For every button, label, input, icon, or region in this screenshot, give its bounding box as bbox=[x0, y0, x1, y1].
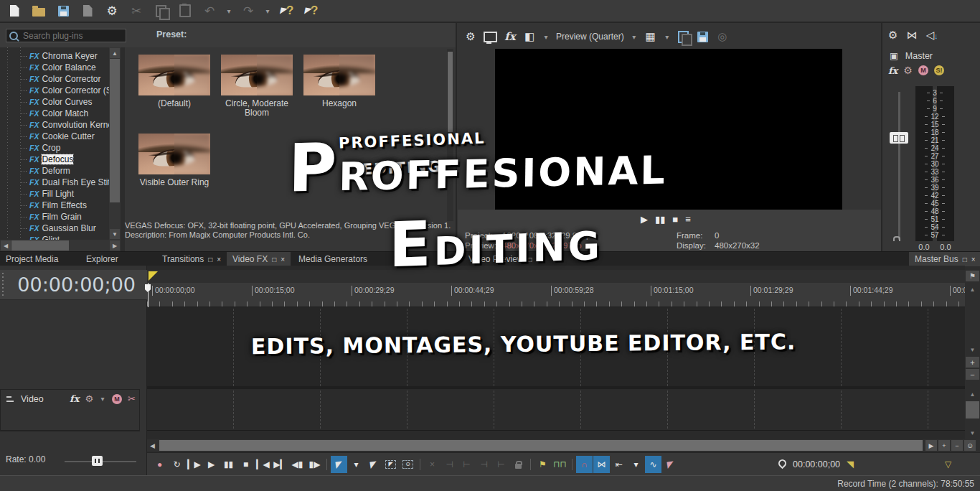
fx-list-vertical-scrollbar[interactable]: ▲ ▼ bbox=[109, 47, 121, 240]
zoom-in-track-height-button[interactable]: + bbox=[966, 357, 979, 368]
previous-frame-button[interactable]: ◀▮ bbox=[289, 456, 306, 473]
fx-plugin-item[interactable]: FX Deform bbox=[22, 165, 109, 177]
tab-explorer[interactable]: Explorer bbox=[80, 252, 124, 266]
grid-overlay-button[interactable]: ▦ bbox=[644, 29, 657, 45]
tab-transitions[interactable]: Transitions □ × bbox=[156, 252, 227, 266]
mixing-console-icon[interactable]: ▽ bbox=[945, 459, 951, 469]
minimize-track-icon[interactable] bbox=[6, 396, 14, 402]
fx-plugin-item[interactable]: FX Color Curves bbox=[22, 96, 109, 108]
record-button[interactable]: ● bbox=[151, 456, 168, 473]
delete-button[interactable]: × bbox=[424, 456, 440, 473]
track-automation-button[interactable]: ⚙ bbox=[85, 393, 93, 404]
video-track-header[interactable]: Video fx ⚙ ▾ M ✂ bbox=[0, 389, 140, 431]
zoom-edit-tool[interactable]: ⊙ bbox=[400, 456, 416, 473]
edit-tool-dropdown[interactable]: ▾ bbox=[348, 456, 364, 473]
preview-pause-button[interactable]: ▮▮ bbox=[655, 214, 665, 225]
preview-quality-selector[interactable]: Preview (Quarter) bbox=[556, 32, 624, 42]
lock-envelopes-button[interactable]: ∿ bbox=[645, 456, 661, 473]
next-frame-button[interactable]: ▮▶ bbox=[306, 456, 323, 473]
whats-this-help-button[interactable]: ? bbox=[303, 2, 320, 19]
split-screen-view-button[interactable]: ◧ bbox=[523, 29, 536, 45]
save-snapshot-button[interactable] bbox=[697, 29, 710, 45]
close-icon[interactable]: × bbox=[281, 256, 285, 263]
trim-end-button[interactable]: ⊢ bbox=[458, 456, 475, 473]
bus-properties-button[interactable]: ⚙ bbox=[888, 29, 897, 42]
fx-plugin-item[interactable]: FX Fill Light bbox=[22, 188, 109, 200]
track-name[interactable]: Video bbox=[21, 394, 64, 404]
project-properties-button[interactable] bbox=[79, 2, 96, 19]
zoom-out-track-height-button[interactable]: − bbox=[966, 369, 979, 380]
slip-trim-right-button[interactable]: ⊢ bbox=[493, 456, 509, 473]
track-mute-button[interactable]: M bbox=[112, 394, 122, 404]
redo-button[interactable]: ↷ bbox=[240, 2, 257, 19]
scroll-up-icon[interactable]: ▲ bbox=[966, 284, 979, 295]
preset-item[interactable]: Visible Outer Ring bbox=[133, 134, 215, 187]
interactive-tutorials-button[interactable]: ? bbox=[278, 2, 296, 19]
scrollbar-thumb[interactable] bbox=[448, 52, 453, 132]
play-from-start-button[interactable]: ▎▶ bbox=[186, 456, 202, 473]
stop-button[interactable]: ■ bbox=[237, 456, 254, 473]
external-monitor-button[interactable] bbox=[484, 29, 497, 45]
new-project-button[interactable] bbox=[6, 2, 23, 19]
copy-snapshot-button[interactable] bbox=[677, 29, 690, 45]
auto-ripple-dropdown[interactable]: ▾ bbox=[628, 456, 644, 473]
fx-plugin-item[interactable]: FX Color Balance bbox=[22, 62, 109, 73]
track-automation-dropdown[interactable]: ▾ bbox=[99, 395, 106, 403]
zoom-in-timeline-button[interactable]: + bbox=[938, 440, 950, 451]
selection-edit-tool[interactable]: ◤ bbox=[382, 456, 399, 473]
preset-item[interactable]: (Default) bbox=[133, 55, 215, 108]
master-fader-handle[interactable] bbox=[890, 132, 908, 144]
normal-edit-tool[interactable]: ◤ bbox=[331, 456, 347, 473]
fx-plugin-item[interactable]: FX Convolution Kerne bbox=[22, 119, 109, 131]
fx-plugin-item[interactable]: FX Crop bbox=[22, 142, 109, 154]
enable-snapping-button[interactable]: ∩ bbox=[576, 456, 593, 473]
scroll-right-icon[interactable]: ▶ bbox=[925, 440, 937, 451]
bypass-motion-blur-button[interactable]: ✂ bbox=[128, 393, 136, 404]
scroll-down-icon[interactable]: ▼ bbox=[110, 229, 120, 239]
plugin-search-input[interactable] bbox=[22, 30, 136, 42]
preset-item[interactable]: Circle, Moderate Bloom bbox=[216, 55, 298, 118]
ignore-event-grouping-button[interactable]: ◤ bbox=[662, 456, 679, 473]
paste-button[interactable] bbox=[176, 2, 194, 19]
track-fx-button[interactable]: fx bbox=[70, 393, 79, 404]
fx-plugin-item[interactable]: FX Gaussian Blur bbox=[22, 223, 109, 234]
master-fx-button[interactable]: fx bbox=[888, 65, 897, 76]
master-mute-button[interactable]: M bbox=[918, 65, 928, 75]
loop-playback-button[interactable]: ↻ bbox=[169, 456, 185, 473]
preview-quality-dropdown[interactable]: ▾ bbox=[631, 33, 638, 41]
auto-ripple-button[interactable]: ⇤ bbox=[611, 456, 627, 473]
copy-button[interactable] bbox=[152, 2, 169, 19]
preview-properties-button[interactable]: ⚙ bbox=[464, 29, 477, 45]
close-icon[interactable]: × bbox=[971, 256, 976, 263]
video-track-lane[interactable] bbox=[147, 389, 965, 431]
panel-grip[interactable] bbox=[2, 273, 6, 297]
tab-master-bus[interactable]: Master Bus □ × bbox=[909, 252, 980, 266]
timeline-horizontal-scrollbar[interactable]: ◀ bbox=[147, 439, 925, 452]
scroll-up-icon[interactable]: ▲ bbox=[110, 48, 120, 58]
automation-settings-button[interactable]: ⚙ bbox=[903, 65, 913, 76]
restore-icon[interactable]: □ bbox=[208, 256, 212, 263]
cursor-marker-triangle[interactable] bbox=[149, 271, 158, 281]
fx-list-horizontal-scrollbar[interactable]: ◀ ▶ bbox=[0, 240, 121, 251]
restore-icon[interactable]: □ bbox=[963, 256, 967, 263]
tab-video-fx[interactable]: Video FX □ × bbox=[227, 252, 291, 266]
timeline-ruler[interactable]: 00:00:00;0000:00:15;0000:00:29;2900:00:4… bbox=[147, 283, 965, 307]
insert-region-button[interactable]: ⊓⊓ bbox=[552, 456, 568, 473]
lock-event-button[interactable] bbox=[510, 456, 527, 473]
pause-button[interactable]: ▮▮ bbox=[220, 456, 237, 473]
fx-plugin-item[interactable]: FX Glint bbox=[22, 234, 109, 240]
current-timecode[interactable]: 00:00:00;00 bbox=[17, 273, 136, 296]
redo-dropdown[interactable]: ▾ bbox=[264, 7, 271, 15]
rate-slider-handle[interactable] bbox=[92, 456, 103, 466]
fx-plugin-item[interactable]: FX Film Effects bbox=[22, 200, 109, 211]
scroll-right-icon[interactable]: ▶ bbox=[110, 240, 120, 251]
scroll-up-icon[interactable]: ▲ bbox=[966, 389, 979, 400]
undo-dropdown[interactable]: ▾ bbox=[225, 7, 232, 15]
save-project-button[interactable] bbox=[55, 2, 72, 19]
scroll-left-icon[interactable]: ◀ bbox=[147, 440, 158, 451]
fx-plugin-item[interactable]: FX Color Corrector (S bbox=[22, 85, 109, 96]
preset-item[interactable]: Hexagon bbox=[298, 55, 380, 108]
preview-stop-button[interactable]: ■ bbox=[672, 214, 678, 225]
auto-crossfade-button[interactable]: ⋈ bbox=[593, 456, 610, 473]
marker-tool-button[interactable]: ⚑ bbox=[966, 271, 979, 281]
